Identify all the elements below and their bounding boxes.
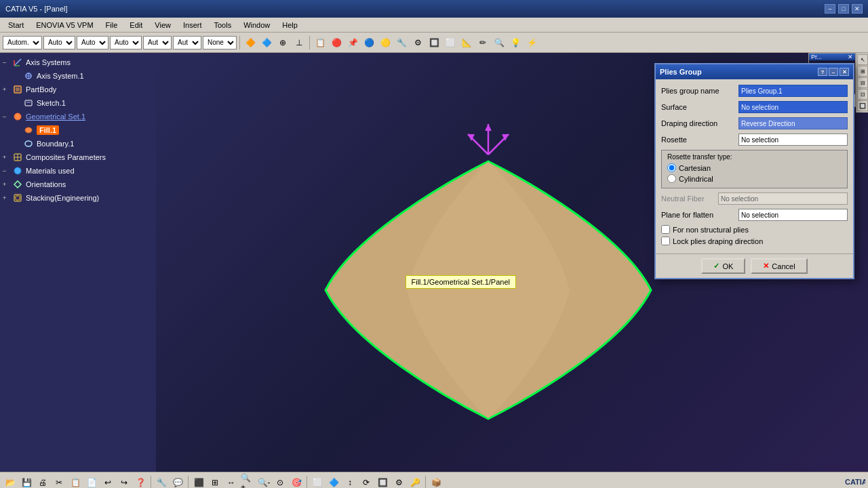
tb-icon-5[interactable]: 📋 xyxy=(313,35,328,50)
menu-insert[interactable]: Insert xyxy=(178,20,208,30)
tree-item-fill1[interactable]: Fill.1 xyxy=(3,123,153,137)
bt-icon-9[interactable]: ❓ xyxy=(133,475,148,489)
tb-icon-12[interactable]: 🔲 xyxy=(427,35,441,50)
plane-flatten-input[interactable] xyxy=(738,209,848,221)
combo-aut1[interactable]: Aut xyxy=(143,36,172,49)
menu-start[interactable]: Start xyxy=(3,20,29,30)
menu-help[interactable]: Help xyxy=(277,20,303,30)
bt-icon-2[interactable]: 💾 xyxy=(19,475,34,489)
surface-input[interactable]: No selection xyxy=(738,101,848,113)
tb-icon-2[interactable]: 🔷 xyxy=(259,35,274,50)
rt-btn-cursor[interactable]: ↖ xyxy=(857,54,868,65)
bt-icon-14[interactable]: ↔ xyxy=(224,475,239,489)
bt-icon-21[interactable]: ↕ xyxy=(342,475,357,489)
dialog-close-btn[interactable]: ✕ xyxy=(840,68,849,76)
cartesian-radio[interactable] xyxy=(667,163,676,172)
rosette-input[interactable] xyxy=(738,134,848,146)
tb-icon-9[interactable]: 🟡 xyxy=(378,35,393,50)
bt-icon-18[interactable]: 🎯 xyxy=(289,475,304,489)
tree-item-materials[interactable]: – Materials used xyxy=(3,164,153,178)
menu-file[interactable]: File xyxy=(100,20,123,30)
bt-icon-3[interactable]: 🖨 xyxy=(35,475,50,489)
rt-btn-1[interactable]: ⊞ xyxy=(857,66,868,77)
dialog-help-btn[interactable]: ? xyxy=(818,68,827,76)
combo-auto3[interactable]: Auto xyxy=(110,36,142,49)
tb-icon-15[interactable]: ✏ xyxy=(475,35,490,50)
tree-item-composites[interactable]: + Composites Parameters xyxy=(3,150,153,164)
bt-icon-24[interactable]: ⚙ xyxy=(391,475,406,489)
tree-item-boundary1[interactable]: Boundary.1 xyxy=(3,137,153,150)
menu-window[interactable]: Window xyxy=(238,20,275,30)
bt-icon-8[interactable]: ↪ xyxy=(117,475,132,489)
viewport[interactable]: Fill.1/Geometrical Set.1/Panel x y xyxy=(156,53,868,472)
tree-item-orientations[interactable]: + Orientations xyxy=(3,178,153,191)
lock-draping-label[interactable]: Lock plies draping direction xyxy=(673,237,763,245)
tb-icon-13[interactable]: ⬜ xyxy=(443,35,458,50)
bt-icon-16[interactable]: 🔍- xyxy=(256,475,271,489)
combo-auto1[interactable]: Auto xyxy=(43,36,75,49)
neutral-fiber-input[interactable] xyxy=(718,192,848,205)
non-structural-checkbox[interactable] xyxy=(661,225,670,234)
draping-input[interactable]: Reverse Direction xyxy=(738,117,848,129)
lock-draping-checkbox[interactable] xyxy=(661,237,670,245)
menu-edit[interactable]: Edit xyxy=(124,20,148,30)
tree-item-axis-systems[interactable]: – Axis Systems xyxy=(3,56,153,69)
rt-btn-2[interactable]: ⊟ xyxy=(857,77,868,88)
bt-icon-1[interactable]: 📂 xyxy=(3,475,18,489)
cartesian-label[interactable]: Cartesian xyxy=(679,164,711,172)
combo-autom[interactable]: Autom. xyxy=(3,36,42,49)
bt-icon-12[interactable]: ⬛ xyxy=(191,475,206,489)
bt-icon-17[interactable]: ⊙ xyxy=(273,475,288,489)
menu-enovia[interactable]: ENOVIA V5 VPM xyxy=(31,20,98,30)
bt-icon-5[interactable]: 📋 xyxy=(68,475,83,489)
minimize-button[interactable]: – xyxy=(825,4,835,14)
tb-icon-1[interactable]: 🔶 xyxy=(243,35,258,50)
plies-name-input[interactable] xyxy=(738,85,848,97)
bt-icon-7[interactable]: ↩ xyxy=(100,475,115,489)
menu-tools[interactable]: Tools xyxy=(208,20,237,30)
tb-icon-11[interactable]: ⚙ xyxy=(410,35,425,50)
maximize-button[interactable]: □ xyxy=(838,4,849,14)
tb-icon-14[interactable]: 📐 xyxy=(459,35,474,50)
rt-btn-4[interactable]: 🔲 xyxy=(857,100,868,111)
tb-icon-8[interactable]: 🔵 xyxy=(361,35,376,50)
combo-aut2[interactable]: Aut xyxy=(173,36,201,49)
close-button[interactable]: ✕ xyxy=(852,4,863,14)
bt-icon-22[interactable]: ⟳ xyxy=(359,475,374,489)
combo-none[interactable]: None xyxy=(203,36,237,49)
bt-icon-13[interactable]: ⊞ xyxy=(208,475,222,489)
dialog-minimize-btn[interactable]: – xyxy=(829,68,838,76)
tb-icon-6[interactable]: 🔴 xyxy=(329,35,344,50)
tb-icon-10[interactable]: 🔧 xyxy=(394,35,409,50)
bt-icon-26[interactable]: 📦 xyxy=(429,475,443,489)
rt-btn-3[interactable]: ⊡ xyxy=(857,89,868,100)
tree-item-stacking[interactable]: + Stacking(Engineering) xyxy=(3,191,153,205)
cylindrical-label[interactable]: Cylindrical xyxy=(679,175,713,183)
bt-icon-10[interactable]: 🔧 xyxy=(154,475,169,489)
tb-icon-4[interactable]: ⊥ xyxy=(292,35,307,50)
tb-icon-18[interactable]: ⚡ xyxy=(524,35,539,50)
tree-item-sketch1[interactable]: Sketch.1 xyxy=(3,96,153,110)
bt-icon-11[interactable]: 💬 xyxy=(170,475,185,489)
bt-icon-20[interactable]: 🔷 xyxy=(326,475,341,489)
tb-icon-7[interactable]: 📌 xyxy=(345,35,360,50)
bt-icon-19[interactable]: ⬜ xyxy=(310,475,325,489)
menu-view[interactable]: View xyxy=(149,20,176,30)
mini-preview-close[interactable]: ✕ xyxy=(848,54,853,60)
cancel-button[interactable]: ✕ Cancel xyxy=(751,258,807,274)
bt-icon-15[interactable]: 🔍+ xyxy=(240,475,255,489)
non-structural-label[interactable]: For non structural plies xyxy=(673,226,749,234)
tb-icon-16[interactable]: 🔍 xyxy=(492,35,507,50)
tree-item-partbody[interactable]: + PartBody xyxy=(3,83,153,96)
tree-item-geo-set[interactable]: – Geometrical Set.1 xyxy=(3,110,153,123)
combo-auto2[interactable]: Auto xyxy=(77,36,108,49)
bt-icon-4[interactable]: ✂ xyxy=(52,475,66,489)
cylindrical-radio[interactable] xyxy=(667,174,676,183)
tb-icon-3[interactable]: ⊕ xyxy=(275,35,290,50)
bt-icon-23[interactable]: 🔲 xyxy=(375,475,390,489)
tree-item-axis-system1[interactable]: Axis System.1 xyxy=(3,69,153,83)
bt-icon-25[interactable]: 🔑 xyxy=(408,475,422,489)
bt-icon-6[interactable]: 📄 xyxy=(84,475,99,489)
tb-icon-17[interactable]: 💡 xyxy=(508,35,523,50)
ok-button[interactable]: ✓ OK xyxy=(701,258,745,274)
